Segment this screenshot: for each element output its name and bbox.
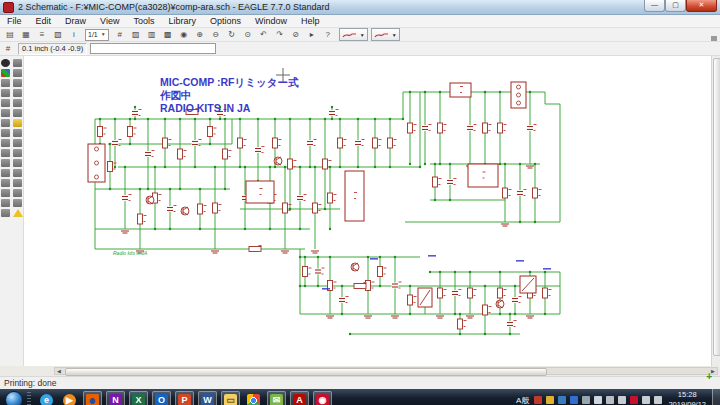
pcb-service-1-button[interactable]: ▼ [339, 28, 368, 41]
circle-icon[interactable] [1, 179, 10, 187]
wire-icon[interactable] [1, 169, 10, 177]
invoke-icon[interactable] [13, 159, 22, 167]
zoom-redraw-icon[interactable]: ↻ [225, 28, 239, 41]
grid-icon[interactable]: # [2, 43, 14, 54]
close-button[interactable]: ✕ [686, 0, 717, 12]
show-desktop-button[interactable] [712, 389, 720, 405]
horizontal-scrollbar[interactable]: ◀ ▶ [54, 367, 718, 375]
redo-icon[interactable]: ↷ [273, 28, 287, 41]
open-icon[interactable]: ▤ [3, 28, 17, 41]
tray-eagle-icon[interactable] [630, 396, 638, 404]
junction-icon[interactable] [1, 209, 10, 217]
gateswap-icon[interactable] [13, 129, 22, 137]
taskbar-onenote[interactable]: N [106, 391, 125, 405]
menu-help[interactable]: Help [294, 15, 327, 27]
help-icon[interactable]: ? [321, 28, 335, 41]
tray-volume-icon[interactable] [654, 396, 662, 404]
tray-app-red-icon[interactable] [534, 396, 542, 404]
maximize-button[interactable]: ▢ [665, 0, 686, 12]
tray-keyboard-icon[interactable] [582, 396, 590, 404]
menu-library[interactable]: Library [161, 15, 203, 27]
info-icon[interactable] [1, 59, 10, 67]
export-icon[interactable]: ▧ [51, 28, 65, 41]
taskbar-excel[interactable]: X [129, 391, 148, 405]
arc-icon[interactable] [13, 179, 22, 187]
window-titlebar[interactable]: 2 Schematic - F:¥MIC-COMP(ca3028)¥comp-a… [0, 0, 720, 15]
copy-icon[interactable] [13, 79, 22, 87]
horizontal-scrollbar-thumb[interactable] [65, 368, 547, 376]
polygon-icon[interactable] [13, 189, 22, 197]
taskbar-firefox[interactable] [83, 391, 102, 405]
menu-edit[interactable]: Edit [29, 15, 59, 27]
start-button[interactable] [5, 391, 23, 405]
zoom-out-icon[interactable]: ⊖ [209, 28, 223, 41]
minimize-button[interactable]: — [644, 0, 665, 12]
mark-icon[interactable] [13, 69, 22, 77]
taskbar-word[interactable]: W [198, 391, 217, 405]
menu-view[interactable]: View [93, 15, 126, 27]
vertical-scrollbar[interactable] [711, 56, 720, 366]
grid-icon[interactable]: # [113, 28, 127, 41]
taskbar-eagle[interactable]: ◉ [313, 391, 332, 405]
show-icon[interactable] [13, 59, 22, 67]
hidden-icons-arrow-icon[interactable] [594, 396, 602, 404]
menu-draw[interactable]: Draw [58, 15, 93, 27]
redraw-icon[interactable]: ▩ [161, 28, 175, 41]
bus-icon[interactable] [1, 199, 10, 207]
taskbar-windows-media-player[interactable]: ▶ [60, 391, 79, 405]
tray-printer-icon[interactable] [606, 396, 614, 404]
vertical-scrollbar-thumb[interactable] [713, 58, 720, 356]
move-icon[interactable] [1, 79, 10, 87]
change-icon[interactable] [13, 99, 22, 107]
taskbar-explorer[interactable]: ▭ [221, 391, 240, 405]
miter-icon[interactable] [13, 149, 22, 157]
tray-network-icon[interactable] [642, 396, 650, 404]
taskbar-outlook[interactable]: O [152, 391, 171, 405]
rotate-icon[interactable] [13, 89, 22, 97]
command-input[interactable] [90, 43, 216, 54]
taskbar-powerpoint[interactable]: P [175, 391, 194, 405]
cut-icon[interactable] [1, 109, 10, 117]
zoom-select-dropdown[interactable]: 1/1▼ [85, 29, 109, 41]
taskbar-clock[interactable]: 15:28 2019/09/12 [668, 390, 706, 405]
go-icon[interactable]: ▸ [305, 28, 319, 41]
toolbar-overflow-icon[interactable] [711, 36, 717, 41]
erc-icon[interactable] [13, 209, 23, 217]
smash-icon[interactable] [1, 149, 10, 157]
undo-icon[interactable]: ↶ [257, 28, 271, 41]
tray-tool-blue-icon[interactable] [558, 396, 566, 404]
rect-icon[interactable] [1, 189, 10, 197]
name-icon[interactable] [1, 139, 10, 147]
menu-tools[interactable]: Tools [126, 15, 161, 27]
zoom-fit-icon[interactable]: ◉ [177, 28, 191, 41]
display-icon[interactable]: ▥ [145, 28, 159, 41]
print-icon[interactable]: ≡ [35, 28, 49, 41]
taskbar-acrobat-reader[interactable]: A [290, 391, 309, 405]
pcb-service-2-button[interactable]: ▼ [371, 28, 400, 41]
layers-icon[interactable]: ▨ [129, 28, 143, 41]
menu-options[interactable]: Options [203, 15, 248, 27]
mirror-icon[interactable] [1, 89, 10, 97]
delete-icon[interactable] [1, 119, 10, 127]
tray-help-icon[interactable] [570, 396, 578, 404]
paste-icon[interactable] [13, 109, 22, 117]
ime-indicator[interactable]: A般 [516, 395, 529, 405]
save-icon[interactable]: ▦ [19, 28, 33, 41]
info-icon[interactable]: i [67, 28, 81, 41]
taskbar-mail-app[interactable]: ✉ [267, 391, 286, 405]
zoom-select-icon[interactable]: ⊙ [241, 28, 255, 41]
stop-icon[interactable]: ⊘ [289, 28, 303, 41]
tray-tool-yellow-icon[interactable] [546, 396, 554, 404]
schematic-canvas[interactable]: MIC-COMP :RFリミッター式作図中RADIO KITS IN JARad… [24, 56, 711, 366]
menu-window[interactable]: Window [248, 15, 294, 27]
taskbar-internet-explorer[interactable]: e [37, 391, 56, 405]
split-icon[interactable] [1, 159, 10, 167]
zoom-in-icon[interactable]: ⊕ [193, 28, 207, 41]
value-icon[interactable] [13, 139, 22, 147]
net-icon[interactable] [13, 199, 22, 207]
add-icon[interactable] [13, 119, 22, 127]
pinswap-icon[interactable] [1, 129, 10, 137]
text-icon[interactable] [13, 169, 22, 177]
tray-flag-icon[interactable] [618, 396, 626, 404]
group-icon[interactable] [1, 99, 10, 107]
